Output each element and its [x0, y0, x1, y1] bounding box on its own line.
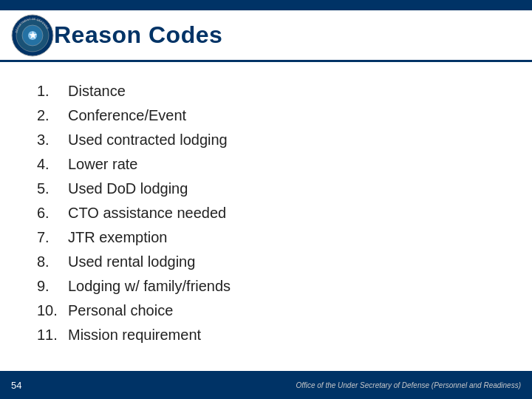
item-number: 3.	[37, 128, 68, 152]
item-number: 2.	[37, 103, 68, 128]
item-number: 8.	[37, 250, 68, 274]
list-item: 8.Used rental lodging	[37, 250, 502, 274]
item-text: Mission requirement	[68, 323, 201, 347]
list-item: 7.JTR exemption	[37, 225, 502, 250]
item-text: Distance	[68, 79, 126, 103]
item-number: 10.	[37, 299, 68, 323]
item-number: 4.	[37, 152, 68, 177]
list-item: 6.CTO assistance needed	[37, 201, 502, 225]
main-content: 1.Distance2.Conference/Event3.Used contr…	[22, 64, 510, 369]
reason-codes-list: 1.Distance2.Conference/Event3.Used contr…	[37, 79, 502, 347]
item-text: Conference/Event	[68, 103, 186, 128]
item-text: Lower rate	[68, 152, 138, 177]
list-item: 11.Mission requirement	[37, 323, 502, 347]
item-text: Used contracted lodging	[68, 128, 228, 152]
list-item: 3.Used contracted lodging	[37, 128, 502, 152]
list-item: 1.Distance	[37, 79, 502, 103]
list-item: 9.Lodging w/ family/friends	[37, 274, 502, 299]
page-title: Reason Codes	[54, 21, 222, 49]
item-number: 11.	[37, 323, 68, 347]
item-number: 6.	[37, 201, 68, 225]
top-bar	[0, 0, 532, 10]
list-item: 5.Used DoD lodging	[37, 177, 502, 201]
item-number: 5.	[37, 177, 68, 201]
item-text: Used DoD lodging	[68, 177, 188, 201]
slide: Defense Travel Management Office ★ DEPAR…	[0, 0, 532, 399]
logo: ★ DEPARTMENT OF DEFENSE	[11, 14, 54, 57]
footer-label: Office of the Under Secretary of Defense…	[296, 381, 521, 389]
item-text: JTR exemption	[68, 225, 168, 250]
slide-number: 54	[11, 380, 33, 391]
list-item: 10.Personal choice	[37, 299, 502, 323]
item-number: 1.	[37, 79, 68, 103]
bottom-bar: 54 Office of the Under Secretary of Defe…	[0, 371, 532, 399]
item-text: Lodging w/ family/friends	[68, 274, 231, 299]
header: ★ DEPARTMENT OF DEFENSE Reason Codes	[0, 10, 532, 62]
item-text: Used rental lodging	[68, 250, 195, 274]
svg-text:★: ★	[29, 30, 37, 41]
item-number: 7.	[37, 225, 68, 250]
list-item: 2.Conference/Event	[37, 103, 502, 128]
item-text: CTO assistance needed	[68, 201, 226, 225]
item-text: Personal choice	[68, 299, 173, 323]
list-item: 4.Lower rate	[37, 152, 502, 177]
item-number: 9.	[37, 274, 68, 299]
